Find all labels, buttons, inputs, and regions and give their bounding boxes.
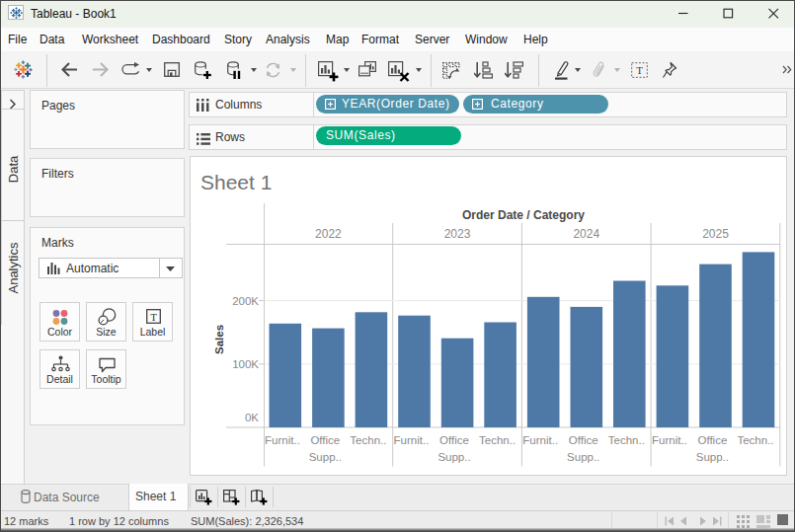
svg-text:0K: 0K (245, 412, 259, 423)
svg-text:Furnit..: Furnit.. (652, 434, 687, 446)
svg-text:Sales: Sales (213, 325, 225, 354)
svg-text:Office: Office (697, 434, 727, 446)
svg-text:2024: 2024 (573, 227, 599, 241)
svg-text:Furnit..: Furnit.. (394, 434, 430, 446)
svg-text:Office: Office (310, 434, 340, 446)
svg-text:Supp..: Supp.. (309, 451, 342, 463)
svg-text:Supp..: Supp.. (437, 451, 470, 463)
svg-text:Techn..: Techn.. (608, 434, 645, 446)
svg-text:2025: 2025 (702, 227, 729, 241)
svg-text:Furnit..: Furnit.. (522, 434, 558, 446)
svg-text:Sheet 1: Sheet 1 (200, 171, 272, 193)
svg-text:Office: Office (439, 434, 469, 446)
svg-text:Order Date / Category: Order Date / Category (462, 208, 585, 222)
svg-text:Techn..: Techn.. (479, 434, 516, 446)
svg-text:Furnit..: Furnit.. (265, 434, 300, 446)
svg-text:100K: 100K (232, 358, 259, 370)
svg-text:200K: 200K (232, 295, 259, 307)
svg-text:T: T (150, 311, 157, 323)
svg-text:2023: 2023 (444, 227, 471, 241)
svg-text:Techn..: Techn.. (737, 434, 773, 446)
svg-text:Supp..: Supp.. (567, 451, 599, 463)
svg-text:Techn..: Techn.. (350, 434, 386, 446)
svg-text:T: T (636, 64, 643, 76)
svg-text:Supp..: Supp.. (696, 451, 729, 463)
svg-text:Office: Office (569, 434, 598, 446)
svg-text:2022: 2022 (315, 227, 342, 241)
